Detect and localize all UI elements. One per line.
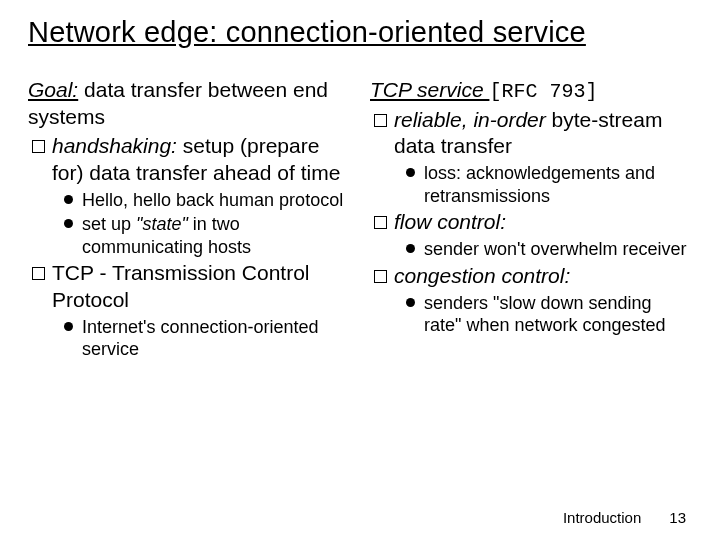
bullet-tcp: TCP - Transmission Control Protocol Inte… bbox=[30, 260, 350, 361]
right-column: TCP service [RFC 793] reliable, in-order… bbox=[370, 77, 692, 363]
reliable-subs: loss: acknowledgements and retransmissio… bbox=[394, 162, 692, 207]
section-label: Introduction bbox=[563, 509, 641, 526]
footer: Introduction 13 bbox=[563, 509, 686, 526]
congestion-term: congestion control: bbox=[394, 264, 570, 287]
bullet-reliable: reliable, in-order byte-stream data tran… bbox=[372, 107, 692, 208]
sub-hello: Hello, hello back human protocol bbox=[62, 189, 350, 212]
right-bullets: reliable, in-order byte-stream data tran… bbox=[370, 107, 692, 337]
tcp-subs: Internet's connection-oriented service bbox=[52, 316, 350, 361]
sub-slowdown: senders "slow down sending rate" when ne… bbox=[404, 292, 692, 337]
tcp-text: TCP - Transmission Control Protocol bbox=[52, 261, 310, 311]
left-bullets: handshaking: setup (prepare for) data tr… bbox=[28, 133, 350, 361]
sub-setup-state: set up "state" in two communicating host… bbox=[62, 213, 350, 258]
flow-subs: sender won't overwhelm receiver bbox=[394, 238, 692, 261]
bullet-handshaking: handshaking: setup (prepare for) data tr… bbox=[30, 133, 350, 258]
handshaking-subs: Hello, hello back human protocol set up … bbox=[52, 189, 350, 259]
left-column: Goal: data transfer between end systems … bbox=[28, 77, 350, 363]
sub-loss: loss: acknowledgements and retransmissio… bbox=[404, 162, 692, 207]
goal-line: Goal: data transfer between end systems bbox=[28, 77, 350, 131]
goal-label: Goal: bbox=[28, 78, 78, 101]
rfc-ref: [RFC 793] bbox=[489, 80, 597, 103]
flow-term: flow control: bbox=[394, 210, 506, 233]
slide-title: Network edge: connection-oriented servic… bbox=[28, 16, 692, 49]
page-number: 13 bbox=[669, 509, 686, 526]
handshaking-term: handshaking: bbox=[52, 134, 177, 157]
sub-overwhelm: sender won't overwhelm receiver bbox=[404, 238, 692, 261]
bullet-congestion-control: congestion control: senders "slow down s… bbox=[372, 263, 692, 337]
bullet-flow-control: flow control: sender won't overwhelm rec… bbox=[372, 209, 692, 260]
state-pre: set up bbox=[82, 214, 136, 234]
tcp-service-head: TCP service [RFC 793] bbox=[370, 77, 692, 105]
congestion-subs: senders "slow down sending rate" when ne… bbox=[394, 292, 692, 337]
reliable-term: reliable, in-order bbox=[394, 108, 546, 131]
content-columns: Goal: data transfer between end systems … bbox=[28, 77, 692, 363]
sub-internet-service: Internet's connection-oriented service bbox=[62, 316, 350, 361]
tcp-service-label: TCP service bbox=[370, 78, 489, 101]
state-ital: "state" bbox=[136, 214, 188, 234]
